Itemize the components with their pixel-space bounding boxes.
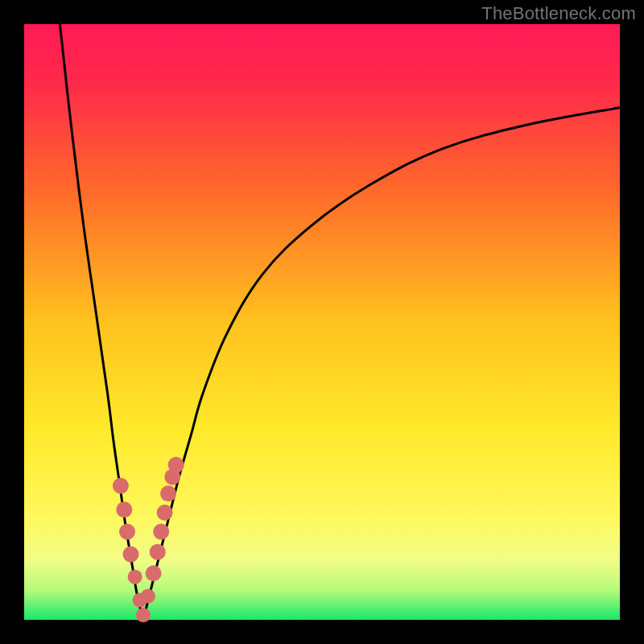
marker-point [146,565,162,581]
marker-point [168,457,184,473]
marker-point [141,588,155,603]
curve-right-branch [143,108,620,620]
marker-point [128,570,142,584]
plot-area [24,24,620,620]
marker-point [160,485,176,502]
marker-point [113,478,129,494]
marker-point [150,544,166,560]
marker-point [153,523,169,539]
marker-point [122,547,138,563]
bottleneck-curve [24,24,620,620]
watermark-label: TheBottleneck.com [481,3,636,24]
marker-point [116,502,132,518]
marker-point [157,505,173,521]
chart-frame: TheBottleneck.com [0,0,644,644]
marker-point [119,523,135,539]
marker-point [136,608,151,622]
